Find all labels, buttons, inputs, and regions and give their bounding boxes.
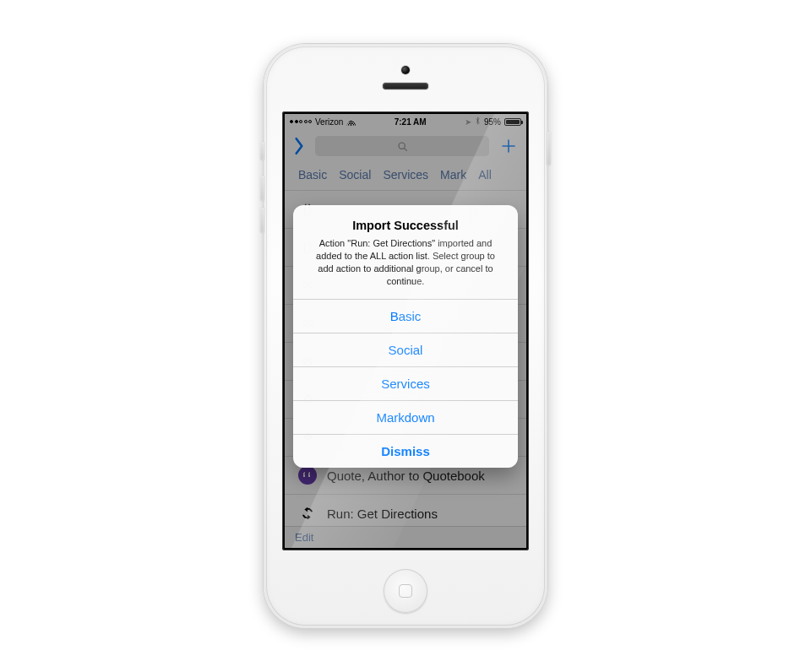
alert-dismiss-button[interactable]: Dismiss [293, 434, 518, 468]
volume-down-button [260, 208, 264, 233]
alert-option-markdown[interactable]: Markdown [293, 400, 518, 434]
alert-option-social[interactable]: Social [293, 333, 518, 366]
volume-up-button [260, 176, 264, 201]
home-button-square-icon [399, 584, 412, 598]
device-screen: Verizon 7:21 AM ➤ 95% [282, 111, 529, 550]
earpiece-speaker [383, 83, 428, 89]
mute-switch [260, 142, 264, 160]
front-camera [401, 66, 410, 74]
import-successful-alert: Import Successful Action "Run: Get Direc… [293, 205, 518, 468]
alert-option-services[interactable]: Services [293, 366, 518, 400]
alert-message: Action "Run: Get Directions" imported an… [308, 237, 503, 287]
power-button [547, 132, 551, 165]
home-button[interactable] [384, 569, 427, 613]
alert-title: Import Successful [308, 219, 503, 232]
iphone-device-frame: Verizon 7:21 AM ➤ 95% [264, 44, 547, 628]
alert-option-basic[interactable]: Basic [293, 299, 518, 333]
